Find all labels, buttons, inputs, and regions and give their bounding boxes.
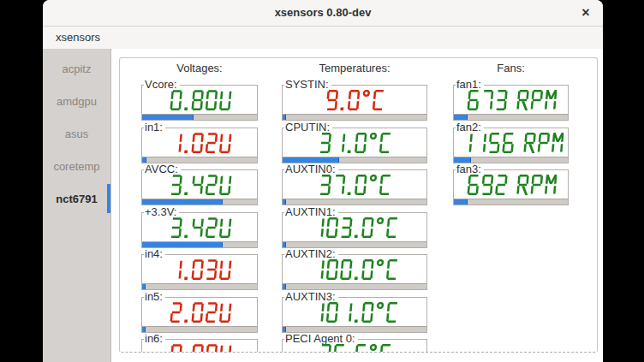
- sensor-value-display: [454, 86, 568, 114]
- sensor-value-display: [142, 86, 257, 114]
- sensor-value: [465, 90, 558, 110]
- sensor-value: [168, 217, 232, 238]
- menu-xsensors[interactable]: xsensors: [48, 27, 108, 48]
- sensor-+3.3v: +3.3V:: [141, 212, 258, 248]
- sensor-fan2: fan2:: [453, 128, 569, 163]
- sensor-progress-bar: [142, 283, 257, 289]
- sensor-progress-fill: [142, 115, 194, 120]
- sidebar-tab-nct6791[interactable]: nct6791: [43, 182, 110, 215]
- sensor-progress-bar: [454, 199, 568, 205]
- sensor-progress-bar: [283, 199, 426, 205]
- sensor-progress-bar: [283, 241, 426, 247]
- sensor-value: [317, 133, 392, 153]
- sensor-progress-bar: [142, 241, 257, 247]
- sensor-value: [310, 259, 399, 280]
- sensor-value-display: [283, 214, 426, 241]
- sensor-value-display: [142, 341, 257, 353]
- sensor-progress-fill: [142, 284, 146, 289]
- sensor-progress-bar: [283, 157, 426, 163]
- sensor-value-display: [142, 171, 257, 199]
- sensor-value: [458, 133, 564, 153]
- sidebar-tab-asus[interactable]: asus: [43, 117, 110, 150]
- sensor-vcore: Vcore:: [141, 85, 258, 121]
- sensor-value: [310, 217, 399, 238]
- sensor-progress-bar: [283, 283, 426, 289]
- column-header-fans: Fans:: [453, 62, 569, 75]
- sensor-fan3: fan3:: [453, 169, 569, 205]
- sensor-value: [168, 302, 232, 323]
- xsensors-window: xsensors 0.80-dev × xsensors acpitzamdgp…: [43, 0, 603, 362]
- sensor-progress-fill: [454, 115, 468, 120]
- sensor-value: [168, 344, 232, 353]
- notebook: acpitzamdgpuasuscoretempnct6791 Voltages…: [43, 49, 603, 362]
- sensor-value: [168, 90, 232, 110]
- sensor-progress-bar: [142, 199, 257, 205]
- sensor-value-display: [142, 214, 257, 241]
- sensor-value-display: [283, 171, 426, 199]
- sensor-progress-fill: [283, 284, 286, 289]
- sensor-cputin: CPUTIN:: [282, 128, 427, 163]
- sensor-progress-fill: [454, 199, 468, 205]
- menubar: xsensors: [43, 27, 603, 50]
- tab-label: acpitz: [63, 62, 92, 75]
- sensor-value-display: [283, 341, 426, 353]
- sensor-auxtin3: AUXTIN3:: [282, 297, 427, 333]
- tab-label: amdgpu: [57, 95, 97, 108]
- sensor-progress-fill: [283, 115, 286, 120]
- sensor-value-display: [283, 256, 426, 283]
- sensor-value-display: [454, 129, 568, 157]
- sidebar-tab-acpitz[interactable]: acpitz: [43, 52, 110, 85]
- sensor-in1: in1:: [141, 128, 258, 163]
- sensor-progress-bar: [454, 114, 568, 120]
- sensor-value: [168, 133, 232, 153]
- content-area: Voltages:Vcore:in1:AVCC:+3.3V:in4:in5:in…: [112, 49, 603, 362]
- sensor-progress-fill: [283, 199, 286, 205]
- column-header-voltages: Voltages:: [141, 62, 258, 75]
- sensor-in6: in6:: [141, 339, 258, 353]
- tab-label: asus: [65, 128, 88, 140]
- sensor-viewport[interactable]: Voltages:Vcore:in1:AVCC:+3.3V:in4:in5:in…: [119, 57, 598, 353]
- sidebar-tab-coretemp[interactable]: coretemp: [43, 150, 110, 182]
- sensor-value: [168, 175, 232, 195]
- sensor-auxtin1: AUXTIN1:: [282, 212, 427, 248]
- titlebar[interactable]: xsensors 0.80-dev ×: [43, 0, 603, 27]
- column-header-temperatures: Temperatures:: [282, 62, 427, 75]
- sensor-value: [168, 259, 232, 280]
- sensor-in4: in4:: [141, 254, 258, 290]
- sensor-value-display: [283, 299, 426, 326]
- sensor-value-display: [142, 256, 257, 283]
- sensor-auxtin2: AUXTIN2:: [282, 254, 427, 290]
- sensor-in5: in5:: [141, 297, 258, 333]
- tab-label: nct6791: [56, 193, 97, 205]
- sensor-fan1: fan1:: [453, 85, 569, 121]
- sensor-value: [465, 175, 558, 195]
- tab-list: acpitzamdgpuasuscoretempnct6791: [43, 49, 111, 362]
- sensor-progress-bar: [142, 114, 257, 120]
- sensor-peci-agent-0: PECI Agent 0:: [282, 339, 427, 353]
- window-title: xsensors 0.80-dev: [43, 0, 603, 26]
- sensor-progress-fill: [142, 199, 223, 205]
- sensor-progress-bar: [283, 114, 426, 120]
- sensor-progress-bar: [142, 326, 257, 332]
- tab-label: coretemp: [53, 160, 99, 173]
- sensor-progress-bar: [454, 157, 568, 163]
- sensor-progress-bar: [142, 157, 257, 163]
- sensor-value: [310, 302, 399, 323]
- sidebar-tab-amdgpu[interactable]: amdgpu: [43, 85, 110, 117]
- sensor-progress-bar: [283, 326, 426, 332]
- sensor-systin: SYSTIN:: [282, 85, 427, 121]
- sensor-value-display: [454, 171, 568, 199]
- sensor-auxtin0: AUXTIN0:: [282, 169, 427, 205]
- sensor-value: [317, 344, 392, 353]
- sensor-value-display: [283, 86, 426, 114]
- close-button[interactable]: ×: [575, 3, 596, 23]
- sensor-value: [324, 90, 385, 110]
- sensor-value: [317, 175, 392, 195]
- sensor-value-display: [142, 129, 257, 157]
- selected-tab-indicator: [107, 184, 110, 213]
- sensor-value-display: [283, 129, 426, 157]
- sensor-avcc: AVCC:: [141, 169, 258, 205]
- sensor-value-display: [142, 299, 257, 326]
